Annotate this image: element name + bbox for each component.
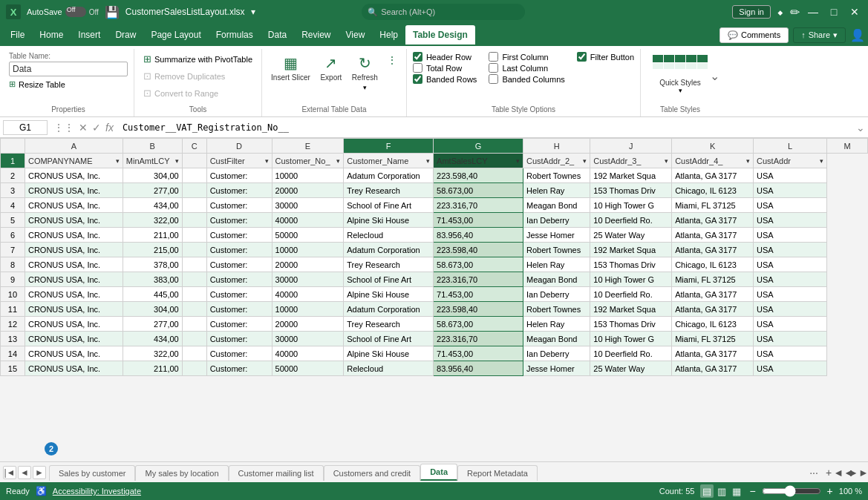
zoom-minus[interactable]: − [749,485,755,497]
cell[interactable] [182,198,206,213]
cell[interactable]: 83.956,40 [434,228,523,243]
cell[interactable]: CRONUS USA, Inc. [25,302,123,317]
cell[interactable]: 153 Thomas Driv [590,257,672,272]
cell[interactable]: Alpine Ski House [344,287,434,302]
cell[interactable]: 304,00 [123,168,182,183]
th-companyname[interactable]: COMPANYNAME▾ [25,154,123,168]
cell[interactable]: CRONUS USA, Inc. [25,257,123,272]
tab-formulas[interactable]: Formulas [209,25,261,45]
cell[interactable]: 383,00 [123,272,182,287]
cell[interactable]: Helen Ray [523,317,590,332]
cell[interactable]: Customer: [206,183,272,198]
cell[interactable] [182,272,206,287]
tab-help[interactable]: Help [372,25,405,45]
cell[interactable] [182,183,206,198]
th-minamtlcy[interactable]: MinAmtLCY▾ [123,154,182,168]
th-custaddr2[interactable]: CustAddr_2_▾ [523,154,590,168]
cell[interactable]: 223.316,70 [434,198,523,213]
cell[interactable] [182,257,206,272]
header-row-check[interactable]: Header Row [413,52,477,62]
cell[interactable]: Trey Research [344,257,434,272]
cell[interactable]: Chicago, IL 6123 [672,317,754,332]
col-header-m[interactable]: M [826,139,867,154]
cell[interactable]: 10000 [272,168,344,183]
tab-data[interactable]: Data [261,25,294,45]
cell[interactable]: 30000 [272,272,344,287]
last-column-check[interactable]: Last Column [489,63,564,73]
cell[interactable]: 71.453,00 [434,213,523,228]
cell[interactable]: Customer: [206,272,272,287]
profile-icon[interactable]: 👤 [850,28,865,42]
search-box[interactable]: 🔍 Search (Alt+Q) [362,4,525,20]
cell[interactable]: 30000 [272,198,344,213]
minimize-button[interactable]: — [806,4,820,19]
cell[interactable]: Customer: [206,257,272,272]
cell[interactable]: Jesse Homer [523,228,590,243]
col-header-b[interactable]: B [123,139,182,154]
cell[interactable]: 322,00 [123,346,182,361]
cell[interactable] [182,332,206,346]
cell[interactable]: CRONUS USA, Inc. [25,183,123,198]
cell[interactable]: Ian Deberry [523,287,590,302]
col-header-k[interactable]: K [672,139,754,154]
diamond-icon[interactable]: ⬥ [777,5,784,19]
zoom-plus[interactable]: + [827,485,833,497]
cell[interactable]: Ian Deberry [523,346,590,361]
cell[interactable]: 153 Thomas Driv [590,317,672,332]
cell[interactable]: School of Fine Art [344,332,434,346]
function-icon[interactable]: fx [105,122,114,134]
cell[interactable]: Miami, FL 37125 [672,198,754,213]
cell[interactable]: CRONUS USA, Inc. [25,332,123,346]
cell[interactable] [182,213,206,228]
cell[interactable]: Atlanta, GA 3177 [672,287,754,302]
cell[interactable]: Meagan Bond [523,272,590,287]
cell[interactable]: Atlanta, GA 3177 [672,361,754,376]
tab-insert[interactable]: Insert [71,25,108,45]
cell[interactable]: 10 Deerfield Ro. [590,213,672,228]
convert-to-range-button[interactable]: ⊡ Convert to Range [140,86,221,100]
sheet-nav-prev[interactable]: ◄ [18,466,31,479]
cell[interactable]: 153 Thomas Driv [590,183,672,198]
cell[interactable] [182,361,206,376]
expand-formula-icon[interactable]: ⋮⋮ [53,122,74,134]
cell[interactable]: Miami, FL 37125 [672,332,754,346]
cell[interactable]: 211,00 [123,361,182,376]
cell-reference-input[interactable] [3,120,48,135]
tab-file[interactable]: File [3,25,32,45]
accessibility-label[interactable]: Accessibility: Investigate [53,487,141,496]
sheet-tab-credit[interactable]: Customers and credit [324,465,421,481]
cell[interactable]: Meagan Bond [523,198,590,213]
cell[interactable]: Atlanta, GA 3177 [672,213,754,228]
cell[interactable]: 20000 [272,183,344,198]
page-break-view-button[interactable]: ▦ [730,484,743,498]
cell[interactable]: USA [754,346,827,361]
cell[interactable]: Ian Deberry [523,213,590,228]
tab-view[interactable]: View [339,25,373,45]
cell[interactable]: 223.316,70 [434,272,523,287]
cell[interactable]: CRONUS USA, Inc. [25,287,123,302]
cell[interactable]: Meagan Bond [523,332,590,346]
cell[interactable]: Customer: [206,243,272,257]
cell[interactable]: 58.673,00 [434,183,523,198]
cell[interactable]: Relecloud [344,361,434,376]
confirm-formula-icon[interactable]: ✓ [92,122,101,134]
cell[interactable]: Trey Research [344,183,434,198]
page-layout-view-button[interactable]: ▥ [715,484,728,498]
cell[interactable]: Customer: [206,302,272,317]
cell[interactable]: 40000 [272,287,344,302]
filter-button-check[interactable]: Filter Button [577,52,634,62]
cell[interactable]: Robert Townes [523,168,590,183]
cell[interactable]: Helen Ray [523,183,590,198]
cell[interactable]: USA [754,317,827,332]
cell[interactable] [182,346,206,361]
pen-icon[interactable]: ✏ [790,5,800,19]
cell[interactable]: CRONUS USA, Inc. [25,228,123,243]
th-custaddrmore[interactable]: CustAddr▾ [754,154,827,168]
cell[interactable]: 25 Water Way [590,361,672,376]
cell[interactable]: CRONUS USA, Inc. [25,361,123,376]
insert-slicer-button[interactable]: ▦ Insert Slicer [268,52,313,85]
cell[interactable]: Alpine Ski House [344,346,434,361]
cell[interactable]: Jesse Homer [523,361,590,376]
cell[interactable]: 322,00 [123,213,182,228]
sheet-tab-report[interactable]: Report Metadata [457,465,538,481]
